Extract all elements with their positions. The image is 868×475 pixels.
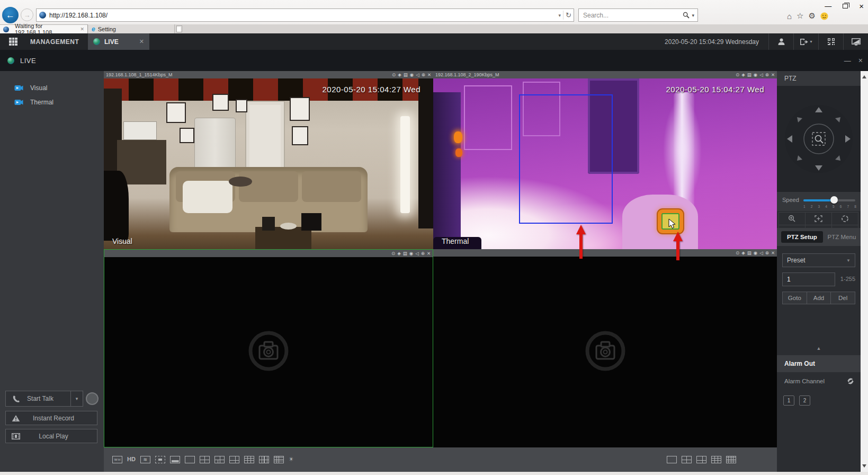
search-box[interactable]: Search... ▾ xyxy=(578,8,698,22)
digital-zoom-icon[interactable]: ⊕ xyxy=(422,73,425,77)
speed-slider-knob[interactable] xyxy=(830,196,838,204)
settings-gear-icon[interactable]: ⚙ xyxy=(809,11,816,21)
tab-close-icon[interactable]: ✕ xyxy=(80,27,84,32)
refresh-icon[interactable]: ↻ xyxy=(566,11,574,19)
logout-button[interactable]: ▾ xyxy=(794,38,818,46)
start-talk-button[interactable]: Start Talk xyxy=(5,391,71,407)
close-icon[interactable]: ✕ xyxy=(427,251,431,256)
del-button[interactable]: Del xyxy=(830,292,855,304)
browser-forward-button[interactable]: → xyxy=(21,8,33,21)
preset-select[interactable]: Preset ▼ xyxy=(782,253,855,267)
layout-8-button[interactable] xyxy=(696,456,706,463)
snapshot-icon[interactable]: ◉ xyxy=(754,251,757,256)
talk-icon[interactable]: ◈ xyxy=(741,73,745,77)
search-caret-icon[interactable]: ▾ xyxy=(692,13,694,18)
apps-grid-icon[interactable] xyxy=(9,38,17,46)
alarm-channel-2-button[interactable]: 2 xyxy=(799,395,810,406)
layout-4-button[interactable] xyxy=(682,456,692,463)
stream-icon[interactable]: ▤ xyxy=(404,73,408,77)
talk-icon[interactable]: ◈ xyxy=(741,251,745,256)
layout-16-button[interactable] xyxy=(726,456,736,463)
record-icon[interactable]: ⊙ xyxy=(391,251,395,256)
image-adjust-icon[interactable]: ☀ xyxy=(289,456,294,463)
search-icon[interactable] xyxy=(683,12,690,19)
speed-slider-track[interactable] xyxy=(803,199,855,201)
fluency-button[interactable]: ≋ xyxy=(140,456,150,463)
wide-view-button[interactable] xyxy=(170,456,180,463)
browser-tab-setting[interactable]: e Setting xyxy=(88,24,175,33)
split-1-button[interactable] xyxy=(185,456,195,463)
browser-tab-waiting[interactable]: Waiting for 192.168.1.108 ✕ xyxy=(0,24,88,33)
user-account-button[interactable] xyxy=(769,38,793,46)
vertical-scrollbar[interactable] xyxy=(861,71,868,472)
iris-open-button[interactable] xyxy=(831,212,858,225)
panel-close-button[interactable]: × xyxy=(858,56,863,65)
add-button[interactable]: Add xyxy=(807,292,831,304)
autocomplete-caret-icon[interactable]: ▾ xyxy=(559,13,561,18)
panel-minimize-button[interactable]: — xyxy=(844,57,851,65)
layout-9-button[interactable] xyxy=(711,456,721,463)
audio-icon[interactable]: ◁ xyxy=(759,251,763,256)
snapshot-icon[interactable]: ◉ xyxy=(754,73,757,77)
talk-icon[interactable]: ◈ xyxy=(398,73,401,77)
tab-ptz-menu[interactable]: PTZ Menu xyxy=(823,234,861,240)
local-play-button[interactable]: Local Play xyxy=(5,429,97,443)
snapshot-icon[interactable]: ◉ xyxy=(409,251,413,256)
favorites-star-icon[interactable]: ☆ xyxy=(797,11,803,21)
refresh-icon[interactable] xyxy=(847,377,854,385)
home-icon[interactable]: ⌂ xyxy=(787,12,792,21)
alarm-channel-1-button[interactable]: 1 xyxy=(783,395,794,406)
scroll-up-icon[interactable] xyxy=(862,75,866,78)
stream-icon[interactable]: ▤ xyxy=(747,73,751,77)
split-4-button[interactable] xyxy=(200,456,210,463)
tab-ptz-setup[interactable]: PTZ Setup xyxy=(781,231,823,243)
record-icon[interactable]: ⊙ xyxy=(736,251,739,256)
video-cell-empty-selected[interactable]: ⊙ ◈ ▤ ◉ ◁ ⊕ ✕ xyxy=(104,249,433,447)
digital-zoom-icon[interactable]: ⊕ xyxy=(421,251,425,256)
split-16-button[interactable] xyxy=(274,456,284,463)
display-mode-button[interactable] xyxy=(844,38,868,46)
record-icon[interactable]: ⊙ xyxy=(392,73,396,77)
digital-zoom-icon[interactable]: ⊕ xyxy=(765,251,769,256)
collapse-section-button[interactable]: ▲ xyxy=(777,346,861,351)
window-close-button[interactable]: × xyxy=(859,2,864,11)
address-bar[interactable]: http://192.168.1.108/ ▾ ↻ xyxy=(36,8,574,22)
preset-number-input[interactable]: 1 xyxy=(782,272,835,286)
video-cell-visual[interactable]: 192.168.1.108_1_1514Kbps_M ⊙ ◈ ▤ ◉ ◁ ⊕ ✕ xyxy=(104,71,433,249)
browser-back-button[interactable]: ← xyxy=(2,7,19,23)
feedback-smiley-icon[interactable] xyxy=(820,12,828,20)
goto-button[interactable]: Goto xyxy=(782,292,807,304)
new-tab-button[interactable] xyxy=(176,25,182,32)
aspect-ratio-button[interactable]: W:H xyxy=(112,456,122,463)
instant-record-button[interactable]: Instant Record xyxy=(5,411,97,425)
qr-code-button[interactable] xyxy=(819,38,843,46)
focus-near-button[interactable] xyxy=(805,212,832,225)
talk-icon[interactable]: ◈ xyxy=(397,251,401,256)
live-tab-close-icon[interactable]: ✕ xyxy=(139,38,144,45)
window-minimize-button[interactable]: — xyxy=(825,2,831,10)
sidebar-item-visual[interactable]: Visual xyxy=(0,81,104,95)
record-icon[interactable]: ⊙ xyxy=(736,73,739,77)
split-8-button[interactable] xyxy=(229,456,239,463)
video-cell-empty[interactable]: ⊙ ◈ ▤ ◉ ◁ ⊕ ✕ xyxy=(433,249,777,447)
management-menu[interactable]: MANAGEMENT xyxy=(30,38,79,46)
quality-hd-button[interactable]: HD xyxy=(127,456,136,463)
close-icon[interactable]: ✕ xyxy=(771,251,775,256)
scroll-down-icon[interactable] xyxy=(862,464,866,468)
digital-zoom-icon[interactable]: ⊕ xyxy=(765,73,769,77)
fullscreen-button[interactable] xyxy=(155,456,165,463)
snapshot-icon[interactable]: ◉ xyxy=(410,73,414,77)
layout-1-button[interactable] xyxy=(667,456,677,463)
stream-icon[interactable]: ▤ xyxy=(747,251,751,256)
audio-icon[interactable]: ◁ xyxy=(416,73,419,77)
sidebar-item-thermal[interactable]: Thermal xyxy=(0,95,104,109)
window-restore-button[interactable] xyxy=(843,4,848,8)
alarm-out-header[interactable]: Alarm Out xyxy=(777,355,861,372)
split-9-button[interactable] xyxy=(244,456,254,463)
live-app-tab[interactable]: LIVE ✕ xyxy=(88,33,149,50)
audio-icon[interactable]: ◁ xyxy=(759,73,763,77)
audio-icon[interactable]: ◁ xyxy=(415,251,419,256)
video-cell-thermal[interactable]: 192.168.1.108_2_190Kbps_M ⊙ ◈ ▤ ◉ ◁ ⊕ ✕ xyxy=(433,71,777,249)
close-icon[interactable]: ✕ xyxy=(427,73,431,77)
close-icon[interactable]: ✕ xyxy=(771,73,775,77)
